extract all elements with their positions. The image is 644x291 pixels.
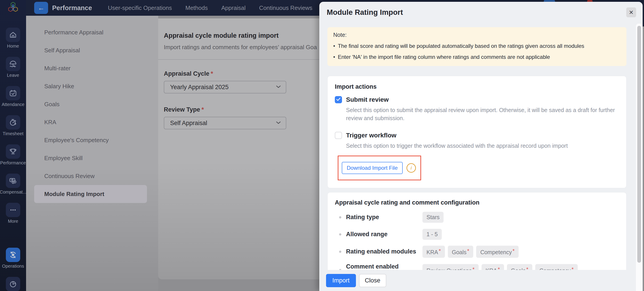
app-rail: HomeLeaveAttendanceTimesheetPerformanceC…	[0, 0, 26, 291]
scrollbar-thumb[interactable]	[637, 26, 641, 263]
ellipsis-icon	[6, 203, 20, 217]
rail-items: HomeLeaveAttendanceTimesheetPerformanceC…	[0, 16, 26, 291]
sidebar-item-goals[interactable]: Goals	[26, 95, 158, 113]
rail-item-label: Timesheet	[3, 131, 24, 136]
home-icon	[6, 28, 20, 42]
rail-item-label: Operations	[2, 264, 24, 269]
chip-review-questions: Review Questions*	[422, 264, 478, 270]
info-icon[interactable]: i	[406, 163, 416, 173]
page-scrollbar-top	[643, 0, 644, 26]
performance-sidebar: Performance AppraisalSelf AppraisalMulti…	[26, 16, 158, 291]
required-asterisk: *	[211, 70, 213, 77]
trigger-workflow-option: Trigger workflow	[335, 132, 619, 139]
required-asterisk: *	[438, 248, 441, 254]
chevron-down-icon	[276, 121, 281, 125]
required-asterisk: *	[498, 266, 500, 270]
close-button-footer[interactable]: Close	[359, 274, 386, 287]
modal-title: Module Rating Import	[327, 8, 403, 17]
rail-item-more[interactable]: More	[6, 203, 20, 224]
trophy-icon	[6, 144, 20, 159]
topnav-continuous-reviews[interactable]: Continuous Reviews	[259, 4, 312, 11]
appraisal-cycle-select[interactable]: Yearly Appraisal 2025	[164, 81, 286, 93]
sidebar-item-employee-skill[interactable]: Employee Skill	[26, 149, 158, 167]
close-button[interactable]: ✕	[626, 7, 636, 17]
sidebar-item-salary-hike[interactable]: Salary Hike	[26, 77, 158, 95]
config-chips: KRA*Goals*Competency*	[422, 246, 518, 258]
main-panel: Appraisal cycle module rating import Imp…	[158, 18, 324, 279]
topnav-user-specific-operations[interactable]: User-specific Operations	[108, 4, 172, 11]
import-actions-heading: Import actions	[335, 83, 619, 90]
back-button[interactable]: ←	[34, 2, 48, 14]
umbrella-icon	[6, 57, 20, 71]
chip-kra: KRA*	[482, 264, 504, 270]
chip-goals: Goals*	[507, 264, 532, 270]
config-chips: Stars	[422, 212, 444, 223]
submit-review-checkbox[interactable]	[335, 96, 342, 103]
rail-item-performance[interactable]: Performance	[0, 144, 26, 166]
config-row: Allowed range1 - 5	[335, 229, 619, 240]
trigger-workflow-checkbox[interactable]	[335, 132, 342, 139]
config-card: Appraisal cycle rating and comment confi…	[328, 192, 626, 270]
submit-review-option: Submit review	[335, 96, 619, 103]
topnav-appraisal[interactable]: Appraisal	[221, 4, 246, 11]
config-row: Comment enabled modulesReview Questions*…	[335, 263, 619, 270]
app-logo[interactable]	[0, 0, 26, 16]
config-row-label: Comment enabled modules	[346, 263, 422, 270]
sidebar-item-module-rating-import[interactable]: Module Rating Import	[34, 185, 147, 203]
topbar-nav: User-specific OperationsMethodsAppraisal…	[108, 4, 312, 11]
pie-chart-icon	[6, 277, 20, 291]
modal-header: Module Rating Import ✕	[319, 2, 643, 23]
rail-item-leave[interactable]: Leave	[6, 57, 20, 78]
rail-item-home[interactable]: Home	[6, 28, 20, 49]
rail-item-label: Performance	[0, 160, 26, 166]
trigger-workflow-help: Select this option to trigger the workfl…	[346, 142, 618, 150]
sidebar-item-self-appraisal[interactable]: Self Appraisal	[26, 41, 158, 59]
chip-kra: KRA*	[422, 246, 445, 258]
rail-item-compensat[interactable]: Compensat...	[0, 174, 26, 195]
sidebar-item-performance-appraisal[interactable]: Performance Appraisal	[26, 23, 158, 41]
bullet-dot-icon	[339, 233, 341, 236]
note-box: Note: • The final score and rating will …	[328, 27, 626, 66]
rail-item-attendance[interactable]: Attendance	[2, 86, 24, 108]
submit-review-label[interactable]: Submit review	[346, 96, 389, 103]
config-row-label: Rating enabled modules	[346, 248, 422, 255]
calendar-check-icon	[6, 86, 20, 100]
topnav-methods[interactable]: Methods	[186, 4, 208, 11]
rail-item-label: Attendance	[2, 102, 24, 107]
required-asterisk: *	[526, 266, 528, 270]
zoho-people-logo-icon	[7, 1, 19, 14]
sidebar-item-multi-rater[interactable]: Multi-rater	[26, 59, 158, 77]
module-rating-import-modal: Module Rating Import ✕ Note: • The final…	[319, 2, 643, 291]
chip-1-5: 1 - 5	[422, 229, 442, 240]
money-icon	[6, 174, 20, 188]
rail-item-reports[interactable]: Reports	[5, 277, 21, 291]
required-asterisk: *	[512, 248, 514, 254]
bullet-dot-icon	[339, 216, 341, 219]
bullet-dot-icon	[339, 251, 341, 253]
sidebar-item-employee-s-competency[interactable]: Employee's Competency	[26, 131, 158, 149]
rail-item-label: Home	[7, 43, 19, 49]
import-actions-card: Import actions Submit review Select this…	[328, 76, 626, 188]
page-scrollbar[interactable]	[643, 0, 644, 291]
config-row: Rating typeStars	[335, 212, 619, 223]
rail-item-label: Leave	[7, 73, 19, 78]
review-type-select[interactable]: Self Appraisal	[164, 117, 286, 129]
chip-stars: Stars	[422, 212, 444, 223]
config-chips: Review Questions*KRA*Goals*Competency*	[422, 264, 578, 270]
sidebar-item-kra[interactable]: KRA	[26, 113, 158, 131]
required-asterisk: *	[467, 248, 469, 254]
import-button[interactable]: Import	[326, 274, 356, 287]
download-import-file-button[interactable]: Download Import File	[342, 162, 403, 174]
bullet-icon: •	[333, 54, 335, 60]
rail-item-operations[interactable]: Operations	[2, 248, 24, 269]
config-rows: Rating typeStarsAllowed range1 - 5Rating…	[335, 212, 619, 270]
chip-goals: Goals*	[448, 246, 474, 258]
chip-competency: Competency*	[476, 246, 518, 258]
sidebar-item-continuous-review[interactable]: Continuous Review	[26, 167, 158, 185]
modal-scrollbar[interactable]	[636, 23, 643, 291]
stopwatch-icon	[6, 115, 20, 130]
bullet-icon: •	[333, 43, 335, 49]
check-icon	[336, 97, 341, 102]
rail-item-timesheet[interactable]: Timesheet	[3, 115, 24, 137]
trigger-workflow-label[interactable]: Trigger workflow	[346, 132, 396, 139]
